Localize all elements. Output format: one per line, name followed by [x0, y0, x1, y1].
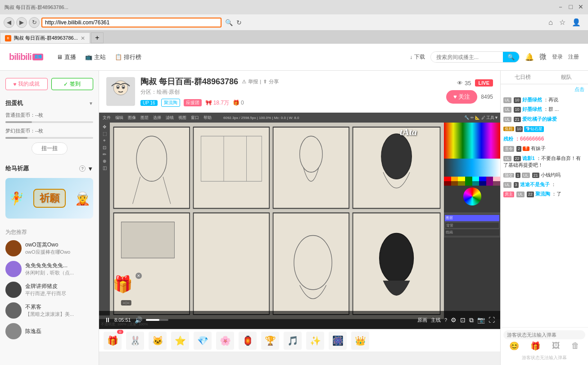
minimize-button[interactable]: －	[557, 3, 564, 11]
emoji-button[interactable]: 😊	[509, 341, 519, 351]
nav-main[interactable]: 📺 主站	[85, 53, 106, 61]
list-item[interactable]: owO莲蒿Owo owO应援棒在哪Owo	[5, 238, 93, 259]
site-header: bilibili 直播 🖥 直播 📺 主站 📋 排行榜 ↓ 下载	[0, 44, 588, 71]
emoji-item[interactable]: 🌸	[216, 332, 234, 350]
signin-button[interactable]: ✓ 签到	[51, 78, 94, 90]
up-level-badge: UP 16	[140, 100, 158, 106]
click-action[interactable]: 点击	[501, 84, 588, 95]
settings-button[interactable]: ⚙	[451, 316, 457, 324]
fullscreen-button[interactable]: ⛶	[488, 316, 495, 324]
emoji-item[interactable]: 🎵	[284, 332, 302, 350]
emoji-item[interactable]: 🐰	[126, 332, 144, 350]
favorites-icon[interactable]: ☆	[559, 18, 565, 27]
badge-num: 10	[516, 126, 523, 132]
svg-point-4	[117, 87, 119, 88]
emoji-item[interactable]: ⭐	[171, 332, 189, 350]
search-icon[interactable]: 🔍	[225, 19, 233, 26]
tool-brush: ✏	[103, 152, 106, 157]
line-select-button[interactable]: 主线	[431, 317, 441, 324]
refresh-icon[interactable]: ↻	[236, 19, 242, 26]
list-item[interactable]: 金牌讲师猪皮 平行而进,平行而尽	[5, 279, 93, 300]
twist-machine-header[interactable]: 扭蛋机 ▼	[5, 96, 93, 110]
home-icon[interactable]: ⌂	[548, 18, 553, 27]
tab-close-button[interactable]: ✕	[81, 35, 85, 41]
follow-button[interactable]: ♥ 关注	[446, 90, 477, 104]
ps-toolbar: 文件 编辑 图像 图层 选择 滤镜 视图 窗口 帮助 6092.3px / 25…	[99, 113, 500, 123]
prayer-chevron-icon: ▼	[87, 165, 93, 172]
login-button[interactable]: 登录	[552, 53, 563, 61]
emoji-item[interactable]: 💎	[194, 332, 212, 350]
emoji-item[interactable]: 🎆	[329, 332, 347, 350]
twist-button[interactable]: 扭一扭	[32, 142, 68, 155]
report-label[interactable]: 举报	[248, 78, 258, 85]
nav-ranking[interactable]: 📋 排行榜	[115, 53, 141, 61]
play-pause-button[interactable]: ⏸	[104, 316, 111, 324]
image-button[interactable]: 🖼	[552, 341, 560, 351]
twist-machine-title: 扭蛋机	[5, 99, 23, 107]
ps-canvas-area: tAta	[110, 123, 444, 319]
user-profile-icon[interactable]: 👤	[572, 18, 581, 27]
help-button[interactable]: ?	[444, 317, 447, 323]
list-item[interactable]: 陈逸磊	[5, 321, 93, 342]
emoji-item[interactable]: 🏆	[261, 332, 279, 350]
chest-close-button[interactable]: ✕	[136, 273, 142, 279]
back-button[interactable]: ◀	[4, 17, 14, 28]
prayer-image-area: 🧚 祈願 🧝	[5, 178, 93, 219]
message-username: 好墨绿然	[522, 106, 542, 112]
message-text: 有妹子	[531, 146, 546, 151]
download-button[interactable]: ↓ 下载	[410, 53, 425, 61]
video-controls: ⏸ 8:05:51 🔊 原画 主线 ? ⚙ ⊡ ⧉ 📷	[99, 311, 500, 329]
delete-button[interactable]: 🗑	[571, 341, 579, 351]
window-controls[interactable]: － □ ✕	[557, 3, 583, 11]
prayer-title: 给马祈愿	[5, 164, 29, 173]
volume-button[interactable]: 🔊	[135, 316, 142, 324]
chat-message: 残粉 ：66666666	[503, 135, 585, 143]
message-text: 小钱约吗	[541, 172, 561, 178]
emoji-item[interactable]: ✨	[306, 332, 324, 350]
special-icon-badge: 🎖	[523, 146, 529, 151]
new-tab-button[interactable]: +	[91, 32, 104, 43]
svg-point-5	[122, 87, 124, 88]
message-username: 爱吃橘子的缘爱	[522, 116, 557, 122]
address-bar[interactable]	[41, 18, 222, 27]
theater-mode-button[interactable]: ⊡	[460, 316, 466, 324]
ul-badge: UL	[503, 117, 511, 123]
gift-button[interactable]: 🎁	[530, 341, 540, 351]
emoji-item[interactable]: 🎁 0	[104, 332, 122, 350]
achievement-button[interactable]: ♥ 我的成就	[5, 78, 48, 90]
emoji-item[interactable]: 🏮	[239, 332, 257, 350]
share-label[interactable]: 分享	[269, 78, 279, 85]
share-icon: ⬆	[263, 79, 267, 85]
maximize-button[interactable]: □	[569, 3, 573, 11]
emoji-item[interactable]: 🐱	[149, 332, 167, 350]
screenshot-button[interactable]: 📷	[477, 316, 485, 324]
recommend-desc: 【黑暗之滚滚滚】美...	[25, 311, 93, 318]
prayer-header[interactable]: 给马祈愿 ? ▼	[5, 162, 93, 175]
source-quality-button[interactable]: 原画	[417, 317, 427, 324]
emoji-crown: 👑	[355, 335, 366, 346]
message-text: ：群 ...	[543, 106, 559, 112]
forward-button[interactable]: ▶	[16, 17, 27, 28]
nav-live[interactable]: 🖥 直播	[57, 53, 76, 61]
check-icon: ✓	[63, 81, 68, 87]
search-input[interactable]	[431, 52, 503, 62]
volume-slider[interactable]	[146, 319, 168, 321]
chat-input[interactable]	[507, 332, 582, 338]
guest-notice: 游客状态无法输入弹幕	[503, 353, 585, 363]
register-button[interactable]: 注册	[568, 53, 579, 61]
nav-icons: 🔍 ↻	[225, 19, 242, 26]
ul-badge: 丑令	[503, 146, 514, 152]
weibo-icon[interactable]: 微	[539, 52, 547, 62]
refresh-button[interactable]: ↻	[29, 17, 40, 28]
svg-rect-9	[273, 127, 349, 208]
active-tab[interactable]: B 陶叔 每日百画-群48963786... ✕	[0, 32, 90, 43]
list-item[interactable]: 不累客 【黑暗之滚滚滚】美...	[5, 300, 93, 321]
emoji-item[interactable]: 👑	[351, 332, 369, 350]
pip-button[interactable]: ⧉	[469, 316, 474, 324]
notification-icon[interactable]: 🔔	[525, 53, 534, 61]
close-button[interactable]: ✕	[578, 3, 583, 11]
fleet-tab[interactable]: 舰队	[544, 71, 588, 84]
list-item[interactable]: 兔免兔免兔免兔... 休闲时刻，听歌（点...	[5, 259, 93, 279]
search-button[interactable]: 🔍	[503, 52, 519, 62]
weekly-ranking-tab[interactable]: 七日榜	[501, 71, 544, 84]
